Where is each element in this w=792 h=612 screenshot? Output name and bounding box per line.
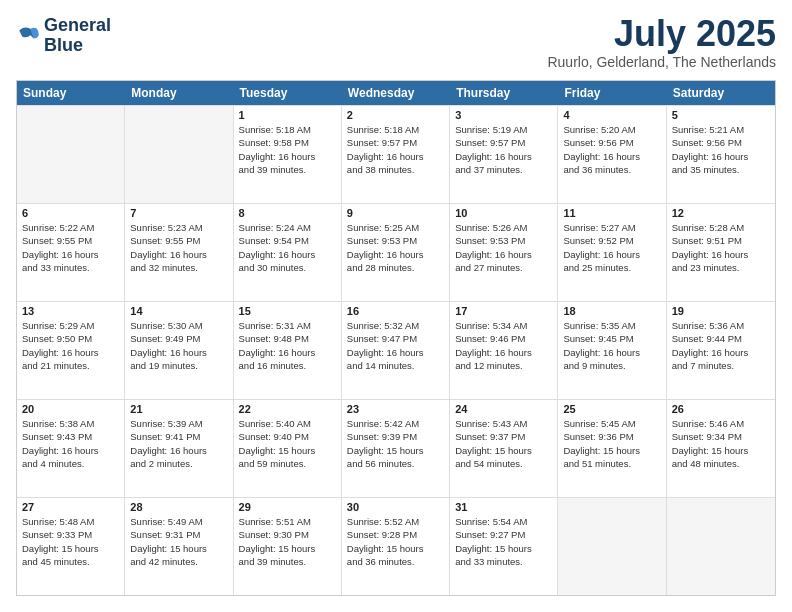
- cal-cell: 12Sunrise: 5:28 AMSunset: 9:51 PMDayligh…: [667, 204, 775, 301]
- cell-line: and 45 minutes.: [22, 555, 119, 568]
- cell-line: Sunset: 9:45 PM: [563, 332, 660, 345]
- cell-line: Sunset: 9:28 PM: [347, 528, 444, 541]
- cell-line: Sunrise: 5:24 AM: [239, 221, 336, 234]
- cal-cell: 1Sunrise: 5:18 AMSunset: 9:58 PMDaylight…: [234, 106, 342, 203]
- cell-line: and 25 minutes.: [563, 261, 660, 274]
- cell-line: Sunset: 9:27 PM: [455, 528, 552, 541]
- cal-row-2: 13Sunrise: 5:29 AMSunset: 9:50 PMDayligh…: [17, 301, 775, 399]
- cell-line: Daylight: 16 hours: [239, 248, 336, 261]
- cell-line: Sunrise: 5:38 AM: [22, 417, 119, 430]
- cell-line: and 32 minutes.: [130, 261, 227, 274]
- day-number: 2: [347, 109, 444, 121]
- cal-cell: 27Sunrise: 5:48 AMSunset: 9:33 PMDayligh…: [17, 498, 125, 595]
- cal-cell: 10Sunrise: 5:26 AMSunset: 9:53 PMDayligh…: [450, 204, 558, 301]
- cell-line: Daylight: 15 hours: [239, 542, 336, 555]
- cell-line: Daylight: 16 hours: [672, 346, 770, 359]
- cal-cell: 6Sunrise: 5:22 AMSunset: 9:55 PMDaylight…: [17, 204, 125, 301]
- cal-cell: 11Sunrise: 5:27 AMSunset: 9:52 PMDayligh…: [558, 204, 666, 301]
- cal-cell: 31Sunrise: 5:54 AMSunset: 9:27 PMDayligh…: [450, 498, 558, 595]
- cell-line: Sunrise: 5:48 AM: [22, 515, 119, 528]
- day-number: 21: [130, 403, 227, 415]
- cell-line: and 33 minutes.: [455, 555, 552, 568]
- day-number: 8: [239, 207, 336, 219]
- cell-line: Sunset: 9:47 PM: [347, 332, 444, 345]
- cell-line: Daylight: 16 hours: [563, 248, 660, 261]
- header-day-monday: Monday: [125, 81, 233, 105]
- cell-line: and 30 minutes.: [239, 261, 336, 274]
- cell-line: Sunrise: 5:20 AM: [563, 123, 660, 136]
- cell-line: Sunrise: 5:52 AM: [347, 515, 444, 528]
- cell-line: and 36 minutes.: [563, 163, 660, 176]
- cal-cell: 26Sunrise: 5:46 AMSunset: 9:34 PMDayligh…: [667, 400, 775, 497]
- cell-line: Sunrise: 5:28 AM: [672, 221, 770, 234]
- cell-line: and 14 minutes.: [347, 359, 444, 372]
- cell-line: and 21 minutes.: [22, 359, 119, 372]
- cell-line: Sunrise: 5:51 AM: [239, 515, 336, 528]
- cal-cell: [667, 498, 775, 595]
- cell-line: Daylight: 15 hours: [455, 542, 552, 555]
- cell-line: and 35 minutes.: [672, 163, 770, 176]
- cell-line: and 56 minutes.: [347, 457, 444, 470]
- cal-cell: 21Sunrise: 5:39 AMSunset: 9:41 PMDayligh…: [125, 400, 233, 497]
- cell-line: Sunrise: 5:54 AM: [455, 515, 552, 528]
- day-number: 3: [455, 109, 552, 121]
- cell-line: Daylight: 15 hours: [22, 542, 119, 555]
- calendar-header: SundayMondayTuesdayWednesdayThursdayFrid…: [17, 81, 775, 105]
- cal-cell: 9Sunrise: 5:25 AMSunset: 9:53 PMDaylight…: [342, 204, 450, 301]
- day-number: 9: [347, 207, 444, 219]
- cell-line: and 23 minutes.: [672, 261, 770, 274]
- cell-line: Daylight: 16 hours: [563, 150, 660, 163]
- cell-line: and 39 minutes.: [239, 163, 336, 176]
- cal-cell: 3Sunrise: 5:19 AMSunset: 9:57 PMDaylight…: [450, 106, 558, 203]
- cell-line: Daylight: 15 hours: [347, 542, 444, 555]
- day-number: 13: [22, 305, 119, 317]
- cell-line: Sunset: 9:49 PM: [130, 332, 227, 345]
- cal-cell: 4Sunrise: 5:20 AMSunset: 9:56 PMDaylight…: [558, 106, 666, 203]
- day-number: 31: [455, 501, 552, 513]
- day-number: 4: [563, 109, 660, 121]
- cell-line: and 37 minutes.: [455, 163, 552, 176]
- cell-line: Daylight: 16 hours: [130, 346, 227, 359]
- day-number: 6: [22, 207, 119, 219]
- cal-cell: 28Sunrise: 5:49 AMSunset: 9:31 PMDayligh…: [125, 498, 233, 595]
- cell-line: Sunrise: 5:18 AM: [239, 123, 336, 136]
- cell-line: Sunrise: 5:49 AM: [130, 515, 227, 528]
- logo-icon: [16, 24, 40, 48]
- cal-cell: 24Sunrise: 5:43 AMSunset: 9:37 PMDayligh…: [450, 400, 558, 497]
- day-number: 1: [239, 109, 336, 121]
- cal-cell: 8Sunrise: 5:24 AMSunset: 9:54 PMDaylight…: [234, 204, 342, 301]
- cell-line: and 28 minutes.: [347, 261, 444, 274]
- cell-line: Daylight: 16 hours: [672, 248, 770, 261]
- cell-line: Daylight: 16 hours: [130, 444, 227, 457]
- cal-cell: 25Sunrise: 5:45 AMSunset: 9:36 PMDayligh…: [558, 400, 666, 497]
- cell-line: Sunrise: 5:43 AM: [455, 417, 552, 430]
- cal-cell: [17, 106, 125, 203]
- day-number: 22: [239, 403, 336, 415]
- cell-line: Sunset: 9:53 PM: [455, 234, 552, 247]
- day-number: 15: [239, 305, 336, 317]
- calendar-body: 1Sunrise: 5:18 AMSunset: 9:58 PMDaylight…: [17, 105, 775, 595]
- cell-line: Sunrise: 5:32 AM: [347, 319, 444, 332]
- day-number: 30: [347, 501, 444, 513]
- cell-line: Sunrise: 5:30 AM: [130, 319, 227, 332]
- cell-line: Sunset: 9:36 PM: [563, 430, 660, 443]
- cal-cell: 13Sunrise: 5:29 AMSunset: 9:50 PMDayligh…: [17, 302, 125, 399]
- cell-line: Sunset: 9:30 PM: [239, 528, 336, 541]
- cell-line: Sunset: 9:56 PM: [563, 136, 660, 149]
- cell-line: Sunset: 9:51 PM: [672, 234, 770, 247]
- cell-line: Sunset: 9:54 PM: [239, 234, 336, 247]
- day-number: 5: [672, 109, 770, 121]
- cell-line: Sunrise: 5:46 AM: [672, 417, 770, 430]
- cell-line: Sunset: 9:46 PM: [455, 332, 552, 345]
- header-day-thursday: Thursday: [450, 81, 558, 105]
- cell-line: and 7 minutes.: [672, 359, 770, 372]
- cal-cell: 16Sunrise: 5:32 AMSunset: 9:47 PMDayligh…: [342, 302, 450, 399]
- cell-line: Daylight: 16 hours: [239, 150, 336, 163]
- day-number: 14: [130, 305, 227, 317]
- page: General Blue July 2025 Ruurlo, Gelderlan…: [0, 0, 792, 612]
- cell-line: Sunset: 9:44 PM: [672, 332, 770, 345]
- cal-cell: 5Sunrise: 5:21 AMSunset: 9:56 PMDaylight…: [667, 106, 775, 203]
- logo-line1: General: [44, 16, 111, 36]
- cell-line: and 36 minutes.: [347, 555, 444, 568]
- cell-line: Daylight: 16 hours: [347, 150, 444, 163]
